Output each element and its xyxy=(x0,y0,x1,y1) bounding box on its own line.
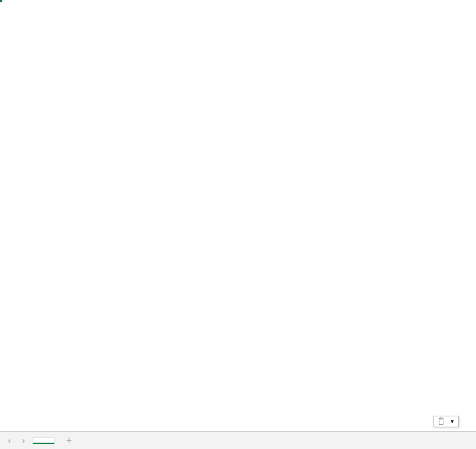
copy-marquee xyxy=(0,0,2,2)
sheet-tab-sheet1[interactable] xyxy=(33,438,54,444)
clipboard-icon xyxy=(437,418,445,426)
add-sheet-button[interactable]: + xyxy=(59,435,79,447)
dropdown-icon: ▼ xyxy=(450,419,455,424)
paste-options-button[interactable]: ▼ xyxy=(433,416,459,427)
sheet-nav-prev[interactable]: ‹ xyxy=(5,436,14,445)
svg-rect-1 xyxy=(440,418,442,419)
selection-outline xyxy=(0,0,2,2)
sheet-nav-next[interactable]: › xyxy=(19,436,29,445)
sheet-tab-bar: ‹ › + xyxy=(0,431,476,449)
